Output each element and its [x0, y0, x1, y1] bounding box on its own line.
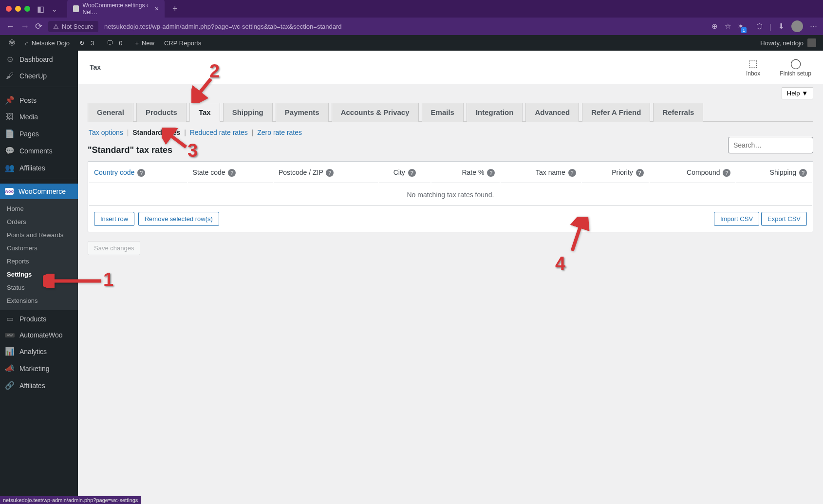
new-content-link[interactable]: +New: [130, 35, 159, 51]
profile-avatar[interactable]: [791, 20, 803, 32]
crp-reports-link[interactable]: CRP Reports: [159, 35, 206, 51]
menu-media[interactable]: 🖾Media: [0, 109, 78, 125]
tab-accounts[interactable]: Accounts & Privacy: [332, 103, 419, 122]
help-icon[interactable]: ?: [799, 169, 807, 177]
site-name-link[interactable]: ⌂Netsuke Dojo: [20, 35, 75, 51]
comments-link[interactable]: 🗨0: [102, 35, 130, 51]
menu-label: Dashboard: [19, 56, 53, 63]
menu-woocommerce[interactable]: wooWooCommerce: [0, 184, 78, 199]
new-tab-button[interactable]: +: [172, 4, 178, 14]
browser-tab[interactable]: WooCommerce settings ‹ Net… ×: [67, 0, 165, 19]
menu-affiliates[interactable]: 👥Affiliates: [0, 159, 78, 176]
menu-pages[interactable]: 📄Pages: [0, 125, 78, 142]
bookmark-icon[interactable]: ☆: [725, 22, 731, 31]
subtab-tax-options[interactable]: Tax options: [89, 129, 123, 136]
export-csv-button[interactable]: Export CSV: [761, 212, 807, 226]
menu-comments[interactable]: 💬Comments: [0, 142, 78, 159]
import-csv-button[interactable]: Import CSV: [714, 212, 759, 226]
subtab-standard-rates[interactable]: Standard rates: [132, 129, 180, 136]
col-label: State code: [193, 168, 225, 176]
menu-cheerup[interactable]: 🖌CheerUp: [0, 68, 78, 84]
toolbar-account[interactable]: Howdy, netdojo: [760, 38, 819, 47]
menu-automatewoo[interactable]: AWAutomateWoo: [0, 327, 78, 343]
menu-icon[interactable]: ⋯: [810, 22, 817, 31]
tab-overview-icon[interactable]: ⌄: [51, 4, 57, 14]
submenu-points[interactable]: Points and Rewards: [0, 228, 78, 242]
insert-row-button[interactable]: Insert row: [94, 212, 134, 226]
admin-sidebar: ⊙Dashboard 🖌CheerUp 📌Posts 🖾Media 📄Pages…: [0, 51, 78, 504]
menu-marketing[interactable]: 📣Marketing: [0, 360, 78, 377]
submenu-settings[interactable]: Settings: [0, 268, 78, 281]
menu-label: Analytics: [19, 348, 47, 355]
woocommerce-submenu: Home Orders Points and Rewards Customers…: [0, 199, 78, 310]
sidebar-toggle-icon[interactable]: ◧: [37, 4, 44, 14]
menu-dashboard[interactable]: ⊙Dashboard: [0, 51, 78, 68]
submenu-customers[interactable]: Customers: [0, 242, 78, 255]
extensions-icon[interactable]: ⬡: [756, 22, 763, 31]
tab-referrals[interactable]: Referrals: [653, 103, 703, 122]
search-input[interactable]: [728, 137, 813, 153]
tab-integration[interactable]: Integration: [467, 103, 523, 122]
inbox-button[interactable]: ⬚Inbox: [746, 57, 760, 77]
menu-products[interactable]: ▭Products: [0, 310, 78, 327]
subtab-reduced-rates[interactable]: Reduced rate rates: [190, 129, 248, 136]
save-changes-button[interactable]: Save changes: [88, 241, 140, 255]
submenu-orders[interactable]: Orders: [0, 215, 78, 228]
security-indicator[interactable]: ⚠ Not Secure: [48, 21, 98, 32]
reload-button[interactable]: ⟳: [35, 21, 42, 32]
howdy-text: Howdy, netdojo: [760, 39, 804, 47]
submenu-home[interactable]: Home: [0, 202, 78, 215]
subtab-zero-rates[interactable]: Zero rate rates: [257, 129, 302, 136]
maximize-window[interactable]: [24, 6, 30, 12]
help-icon[interactable]: ?: [487, 169, 495, 177]
close-tab-icon[interactable]: ×: [155, 5, 159, 13]
submenu-status[interactable]: Status: [0, 281, 78, 294]
comments-count: 0: [116, 39, 125, 47]
help-icon[interactable]: ?: [568, 169, 576, 177]
tab-products[interactable]: Products: [136, 103, 187, 122]
help-icon[interactable]: ?: [228, 169, 236, 177]
wp-logo[interactable]: ⓦ: [4, 35, 20, 51]
menu-analytics[interactable]: 📊Analytics: [0, 343, 78, 360]
col-country[interactable]: Country code ?: [89, 163, 187, 183]
help-icon[interactable]: ?: [408, 169, 416, 177]
url-text[interactable]: netsukedojo.test/wp-admin/admin.php?page…: [104, 23, 706, 30]
finish-setup-button[interactable]: ◯Finish setup: [780, 57, 811, 77]
menu-label: Comments: [19, 147, 53, 155]
col-shipping: Shipping ?: [736, 163, 812, 183]
inbox-icon: ⬚: [746, 57, 760, 69]
help-icon[interactable]: ?: [137, 169, 145, 177]
help-button[interactable]: Help ▼: [782, 87, 813, 99]
tab-general[interactable]: General: [88, 103, 133, 122]
forward-button[interactable]: →: [20, 21, 29, 32]
wc-page-header: Tax ⬚Inbox ◯Finish setup: [78, 51, 823, 84]
submenu-extensions[interactable]: Extensions: [0, 294, 78, 307]
remove-rows-button[interactable]: Remove selected row(s): [138, 212, 219, 226]
back-button[interactable]: ←: [6, 21, 15, 32]
submenu-reports[interactable]: Reports: [0, 255, 78, 268]
download-icon[interactable]: ⬇: [778, 22, 785, 31]
menu-posts[interactable]: 📌Posts: [0, 92, 78, 109]
col-label: Priority: [612, 168, 633, 176]
extension-icon[interactable]: ✶1: [738, 22, 749, 31]
close-window[interactable]: [6, 6, 12, 12]
pin-icon: 📌: [5, 95, 15, 105]
tab-advanced[interactable]: Advanced: [525, 103, 579, 122]
comment-icon: 💬: [5, 146, 15, 155]
tab-refer[interactable]: Refer A Friend: [582, 103, 650, 122]
browser-address-bar: ← → ⟳ ⚠ Not Secure netsukedojo.test/wp-a…: [0, 18, 823, 35]
menu-label: Affiliates: [19, 382, 45, 390]
help-icon[interactable]: ?: [326, 169, 334, 177]
tab-shipping[interactable]: Shipping: [223, 103, 273, 122]
updates-link[interactable]: ↻3: [75, 35, 102, 51]
help-icon[interactable]: ?: [723, 169, 730, 177]
menu-affiliates2[interactable]: 🔗Affiliates: [0, 377, 78, 394]
tab-tax[interactable]: Tax: [189, 103, 220, 122]
zoom-icon[interactable]: ⊕: [711, 22, 718, 31]
country-sort-link[interactable]: Country code: [94, 168, 134, 176]
minimize-window[interactable]: [15, 6, 21, 12]
help-icon[interactable]: ?: [636, 169, 644, 177]
tab-payments[interactable]: Payments: [276, 103, 329, 122]
tab-emails[interactable]: Emails: [422, 103, 464, 122]
col-label: Compound: [687, 168, 720, 176]
